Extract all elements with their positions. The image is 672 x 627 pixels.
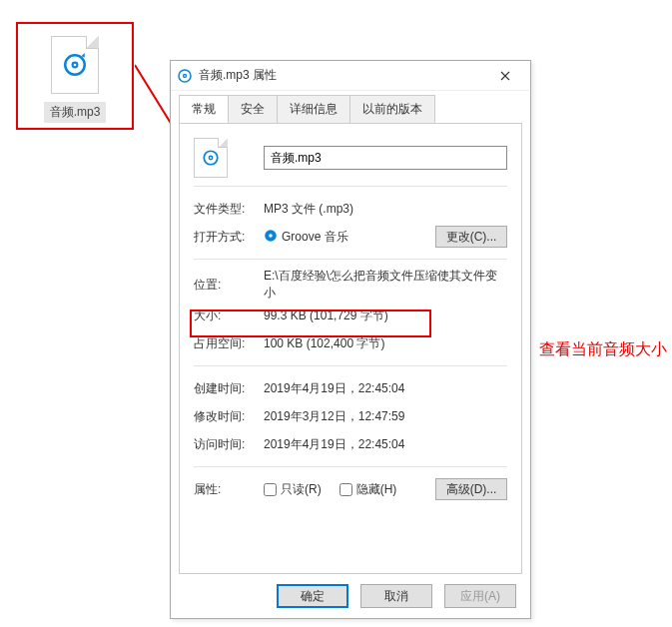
groove-music-icon — [264, 229, 278, 243]
modified-label: 修改时间: — [194, 408, 264, 425]
tab-general[interactable]: 常规 — [179, 95, 229, 123]
file-document-icon — [194, 138, 228, 178]
modified-value: 2019年3月12日，12:47:59 — [264, 408, 507, 425]
accessed-label: 访问时间: — [194, 436, 264, 453]
divider — [194, 186, 507, 187]
size-label: 大小: — [194, 308, 264, 324]
tab-page-general: 文件类型: MP3 文件 (.mp3) 打开方式: Groove 音乐 更改(C… — [179, 123, 522, 574]
filename-input[interactable] — [264, 146, 507, 170]
openwith-label: 打开方式: — [194, 229, 264, 246]
size-value: 99.3 KB (101,729 字节) — [264, 308, 507, 324]
created-label: 创建时间: — [194, 380, 264, 397]
filetype-value: MP3 文件 (.mp3) — [264, 201, 507, 218]
svg-point-9 — [210, 157, 212, 159]
location-value: E:\百度经验\怎么把音频文件压缩使其文件变小 — [264, 268, 507, 302]
svg-point-6 — [184, 75, 186, 77]
annotation-text: 查看当前音频大小 — [539, 339, 667, 360]
svg-point-2 — [74, 64, 77, 67]
dialog-title: 音频.mp3 属性 — [199, 67, 486, 84]
hidden-label: 隐藏(H) — [356, 481, 397, 498]
apply-button[interactable]: 应用(A) — [444, 584, 516, 608]
audio-disc-icon — [202, 149, 220, 167]
file-document-icon — [51, 36, 99, 94]
readonly-checkbox[interactable]: 只读(R) — [264, 481, 322, 498]
change-app-button[interactable]: 更改(C)... — [435, 226, 507, 248]
attributes-label: 属性: — [194, 481, 264, 498]
close-button[interactable] — [486, 64, 524, 88]
hidden-checkbox-input[interactable] — [339, 483, 352, 496]
dialog-button-bar: 确定 取消 应用(A) — [171, 574, 530, 618]
tab-security[interactable]: 安全 — [228, 95, 278, 123]
cancel-button[interactable]: 取消 — [360, 584, 432, 608]
location-label: 位置: — [194, 277, 264, 294]
advanced-button[interactable]: 高级(D)... — [435, 478, 507, 500]
size-on-disk-value: 100 KB (102,400 字节) — [264, 335, 507, 352]
divider — [194, 466, 507, 467]
file-name-label: 音频.mp3 — [44, 102, 107, 123]
properties-dialog: 音频.mp3 属性 常规 安全 详细信息 以前的版本 — [170, 60, 531, 619]
audio-disc-icon — [62, 52, 88, 78]
openwith-app-name: Groove 音乐 — [282, 230, 348, 244]
divider — [194, 259, 507, 260]
openwith-value: Groove 音乐 — [264, 229, 435, 246]
file-type-icon-cell — [194, 138, 264, 178]
dialog-titlebar: 音频.mp3 属性 — [171, 61, 530, 91]
created-value: 2019年4月19日，22:45:04 — [264, 380, 507, 397]
svg-point-11 — [269, 234, 273, 238]
size-on-disk-label: 占用空间: — [194, 335, 264, 352]
audio-disc-icon — [177, 68, 193, 84]
readonly-label: 只读(R) — [281, 481, 322, 498]
ok-button[interactable]: 确定 — [277, 584, 348, 608]
filetype-label: 文件类型: — [194, 201, 264, 218]
tab-details[interactable]: 详细信息 — [277, 95, 350, 123]
tab-previous-versions[interactable]: 以前的版本 — [349, 95, 435, 123]
tab-strip: 常规 安全 详细信息 以前的版本 — [171, 91, 530, 123]
accessed-value: 2019年4月19日，22:45:04 — [264, 436, 507, 453]
close-icon — [500, 71, 510, 81]
file-thumbnail[interactable]: 音频.mp3 — [16, 22, 134, 130]
hidden-checkbox[interactable]: 隐藏(H) — [339, 481, 397, 498]
readonly-checkbox-input[interactable] — [264, 483, 277, 496]
divider — [194, 365, 507, 366]
